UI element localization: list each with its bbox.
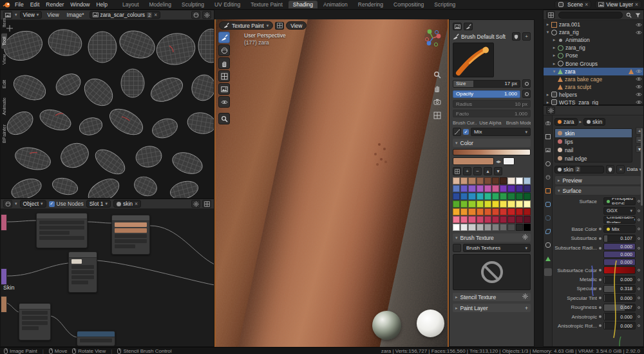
material-slot[interactable]: nail edge: [555, 154, 632, 162]
search-icon[interactable]: [626, 12, 632, 18]
color-gradient-field[interactable]: [453, 149, 531, 155]
tab-render[interactable]: [544, 119, 552, 127]
tab-object-data[interactable]: [544, 255, 552, 262]
preview-section-header[interactable]: ▸Preview: [555, 176, 641, 184]
npanel-tab-tool[interactable]: Tool: [1, 34, 7, 49]
outliner-item[interactable]: ▸ zara_rig: [544, 44, 643, 52]
palette-swatch[interactable]: [468, 193, 475, 200]
npanel-tab-edit[interactable]: Edit: [1, 77, 7, 92]
texture-node-thumbnail[interactable]: [1, 268, 7, 285]
menu-file[interactable]: File: [12, 1, 26, 8]
palette-swatch[interactable]: [492, 201, 499, 208]
palette-swatch[interactable]: [460, 201, 468, 208]
palette-swatch[interactable]: [500, 177, 507, 184]
workspace-tab-animation[interactable]: Animation: [319, 1, 352, 8]
brush-textures-dropdown[interactable]: Brush Textures▾: [463, 244, 531, 252]
brush-factor-slider[interactable]: Facto1.000: [453, 110, 531, 117]
menu-window[interactable]: Window: [68, 1, 92, 8]
shader-node[interactable]: [77, 331, 115, 346]
palette-swatch[interactable]: [468, 185, 475, 192]
subsurface-radius-z[interactable]: 0.000: [603, 259, 636, 266]
specular-tint-slider[interactable]: 0.000: [603, 294, 636, 302]
palette-swatch[interactable]: [460, 193, 468, 200]
size-pressure-icon[interactable]: [522, 79, 531, 88]
outliner-item[interactable]: ▸ helpers: [544, 91, 643, 99]
palette-swatch[interactable]: [500, 208, 507, 215]
tab-object[interactable]: [544, 187, 552, 195]
outliner-item[interactable]: ▸ Bone Groups: [544, 59, 643, 67]
breadcrumb-material[interactable]: skin: [583, 118, 605, 126]
palette-swatch[interactable]: [500, 224, 507, 231]
tool-mask-button[interactable]: [218, 96, 230, 108]
eye-icon[interactable]: [636, 69, 642, 74]
view-button[interactable]: View: [286, 21, 307, 30]
properties-scrollbar[interactable]: [641, 128, 643, 206]
metallic-slider[interactable]: 0.000: [603, 276, 636, 284]
palette-select-icon[interactable]: [453, 167, 461, 175]
palette-swatch[interactable]: [500, 201, 507, 208]
brush-add-icon[interactable]: +: [522, 32, 531, 41]
tool-annotate-button[interactable]: [218, 113, 230, 124]
palette-swatch[interactable]: [507, 185, 515, 192]
brush-name[interactable]: Brush Default Soft: [461, 34, 510, 40]
workspace-tab-uv-editing[interactable]: UV Editing: [210, 1, 245, 8]
tab-material[interactable]: [544, 268, 552, 276]
palette-swatch[interactable]: [477, 201, 484, 208]
palette-swatch[interactable]: [507, 224, 515, 231]
texture-node-thumbnail[interactable]: [1, 296, 7, 313]
palette-swatch[interactable]: [468, 201, 475, 208]
palette-swatch[interactable]: [477, 185, 484, 192]
image-mode-dropdown[interactable]: View▾: [20, 11, 43, 19]
shader-node[interactable]: [111, 215, 150, 255]
editor-type-shader-icon[interactable]: [3, 200, 12, 208]
use-nodes-checkbox[interactable]: ✓ Use Nodes: [49, 201, 84, 207]
breadcrumb-object[interactable]: zara: [554, 118, 578, 126]
tab-output[interactable]: [544, 133, 552, 141]
brush-curve-widget[interactable]: [453, 128, 461, 136]
palette-swatch[interactable]: [468, 208, 475, 215]
palette-swatch[interactable]: [453, 201, 460, 208]
surface-shader-button[interactable]: Principled BSDF: [603, 197, 636, 205]
tab-physics[interactable]: [544, 228, 552, 235]
image-unlink-icon[interactable]: ×: [154, 12, 157, 18]
anisotropic-slider[interactable]: 0.000: [603, 313, 636, 320]
eye-icon[interactable]: [636, 77, 642, 81]
palette-swatch[interactable]: [453, 216, 460, 223]
subsurface-radius-y[interactable]: 0.000: [603, 251, 636, 258]
palette-swatch[interactable]: [484, 177, 491, 184]
palette-swatch[interactable]: [468, 224, 475, 231]
palette-swatch[interactable]: [524, 208, 531, 215]
slot-link-dropdown[interactable]: Data ▾: [627, 166, 641, 172]
tool-smear-button[interactable]: [218, 57, 230, 69]
opacity-pressure-icon[interactable]: [522, 90, 531, 98]
brush-texture-gear-icon[interactable]: [522, 234, 528, 241]
palette-sort-down-icon[interactable]: ▾: [494, 167, 502, 175]
subsurface-slider[interactable]: 0.107: [603, 235, 636, 242]
palette-swatch[interactable]: [492, 177, 499, 184]
npanel-tab-animate[interactable]: Animate: [1, 94, 7, 119]
outliner-item[interactable]: ▸ zara.001: [544, 21, 643, 28]
palette-swatch[interactable]: [492, 224, 499, 231]
swap-colors-icon[interactable]: ◂▸: [496, 159, 501, 164]
tab-modifiers[interactable]: [544, 201, 552, 208]
tool-soften-button[interactable]: [218, 44, 230, 56]
tool-options-icon[interactable]: [275, 22, 284, 30]
palette-swatch[interactable]: [484, 208, 491, 215]
workspace-tab-rendering[interactable]: Rendering: [354, 1, 388, 8]
blend-mode-dropdown[interactable]: Mix▾: [471, 128, 531, 136]
material-users-badge[interactable]: 2: [575, 166, 580, 172]
palette-swatch[interactable]: [516, 185, 523, 192]
material-slot[interactable]: lips: [555, 137, 632, 146]
brush-fake-user-icon[interactable]: [512, 32, 520, 41]
palette-swatch[interactable]: [484, 185, 491, 192]
brush-opacity-slider[interactable]: Opacity1.000: [453, 90, 520, 98]
palette-swatch[interactable]: [524, 201, 531, 208]
viewport-canvas[interactable]: Texture Paint▾ View User Perspective (17…: [214, 19, 449, 347]
tool-fill-button[interactable]: [218, 83, 230, 95]
base-color-node-button[interactable]: Mix: [603, 225, 636, 233]
image-pin-icon[interactable]: [191, 11, 200, 19]
eye-icon[interactable]: [636, 30, 642, 35]
material-slot-dropdown[interactable]: Slot 1▾: [86, 200, 111, 208]
shader-node[interactable]: [68, 251, 97, 293]
subsurface-radius-x[interactable]: 0.000: [603, 243, 636, 250]
